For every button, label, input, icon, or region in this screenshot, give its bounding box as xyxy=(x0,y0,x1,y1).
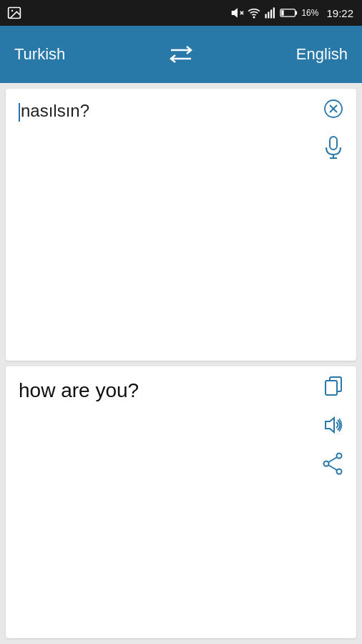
svg-rect-12 xyxy=(282,10,284,16)
source-language[interactable]: Turkish xyxy=(14,45,100,64)
svg-line-27 xyxy=(328,457,337,462)
clear-input-button[interactable] xyxy=(321,96,346,122)
input-panel[interactable]: nasılsın? xyxy=(6,89,356,361)
svg-point-1 xyxy=(11,10,13,11)
copy-button[interactable] xyxy=(321,374,346,399)
mute-icon xyxy=(231,6,244,19)
gallery-icon xyxy=(7,6,21,20)
svg-line-28 xyxy=(328,465,337,470)
signal-icon xyxy=(264,6,277,19)
microphone-button[interactable] xyxy=(321,135,346,160)
input-cursor-indicator: nasılsın? xyxy=(19,101,89,120)
svg-point-25 xyxy=(337,469,342,474)
status-bar-left xyxy=(7,0,21,26)
svg-point-26 xyxy=(324,462,329,467)
svg-rect-11 xyxy=(295,11,298,14)
svg-point-5 xyxy=(254,16,255,18)
speaker-icon xyxy=(323,416,344,434)
swap-languages-button[interactable] xyxy=(164,37,198,72)
svg-rect-8 xyxy=(270,10,272,19)
battery-icon xyxy=(280,8,298,18)
share-button[interactable] xyxy=(321,451,346,477)
battery-percentage: 16% xyxy=(301,8,318,18)
status-bar: 16% 19:22 xyxy=(0,0,362,26)
svg-marker-23 xyxy=(326,418,334,432)
share-icon xyxy=(323,453,343,474)
output-panel: how are you? xyxy=(6,366,356,638)
main-content: nasılsın? xyxy=(0,83,362,644)
svg-rect-6 xyxy=(265,14,267,19)
svg-rect-18 xyxy=(330,137,337,150)
input-actions xyxy=(321,96,346,160)
svg-marker-2 xyxy=(233,9,238,17)
svg-point-24 xyxy=(337,454,342,459)
status-icons: 16% 19:22 xyxy=(231,6,353,19)
svg-rect-22 xyxy=(326,381,337,395)
input-text: nasılsın? xyxy=(21,101,89,120)
svg-rect-9 xyxy=(273,8,275,19)
copy-icon xyxy=(324,376,343,396)
clear-icon xyxy=(323,99,343,119)
output-text: how are you? xyxy=(19,379,139,401)
speaker-button[interactable] xyxy=(321,412,346,438)
wifi-icon xyxy=(248,6,260,19)
status-time: 19:22 xyxy=(326,7,353,19)
toolbar: Turkish English xyxy=(0,26,362,83)
swap-icon xyxy=(168,44,194,64)
output-actions xyxy=(321,374,346,477)
svg-rect-7 xyxy=(268,12,270,19)
target-language[interactable]: English xyxy=(262,45,348,64)
mic-icon xyxy=(324,136,343,159)
